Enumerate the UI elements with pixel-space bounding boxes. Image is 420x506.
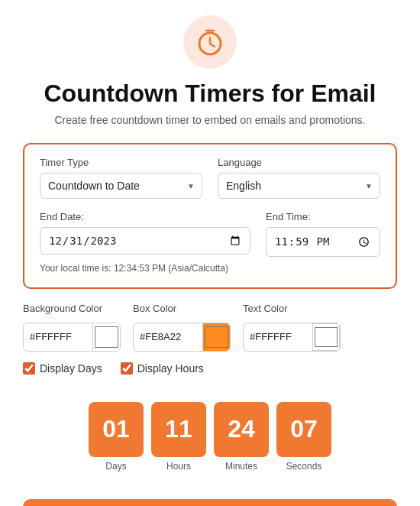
end-time-input[interactable] [266,227,380,257]
display-hours-label: Display Hours [137,362,204,375]
page-title: Countdown Timers for Email [44,79,376,108]
box-color-swatch[interactable] [202,323,230,351]
local-time-note: Your local time is: 12:34:53 PM (Asia/Ca… [40,263,380,274]
timer-type-group: Timer Type Countdown to Date Countdown t… [40,157,202,199]
display-days-label: Display Days [40,362,102,375]
color-row: Background Color #FFFFFF Box Color #FE8A… [23,303,397,352]
config-panel: Timer Type Countdown to Date Countdown t… [23,143,397,289]
language-group: Language English Spanish French German [218,157,380,199]
language-label: Language [218,157,380,168]
checkbox-row: Display Days Display Hours [23,362,397,375]
app-logo [183,15,237,69]
box-color-hex[interactable]: #FE8A22 [134,326,202,348]
timer-type-label: Timer Type [40,157,202,168]
display-hours-checkbox[interactable] [121,362,133,375]
countdown-hours-label: Hours [166,461,191,472]
countdown-seconds: 07 Seconds [276,402,331,472]
countdown-days-label: Days [105,461,126,472]
get-code-button[interactable]: Get code [23,499,397,506]
display-days-checkbox[interactable] [23,362,35,375]
background-color-label: Background Color [23,303,121,314]
countdown-seconds-box: 07 [276,402,331,457]
countdown-hours: 11 Hours [151,402,206,472]
text-color-label: Text Color [243,303,341,314]
end-date-input[interactable] [40,227,250,255]
text-color-group: Text Color #FFFFFF [243,303,341,352]
language-select[interactable]: English Spanish French German [218,173,380,199]
countdown-minutes-box: 24 [214,402,269,457]
background-color-group: Background Color #FFFFFF [23,303,121,352]
end-date-label: End Date: [40,211,250,222]
display-days-checkbox-label[interactable]: Display Days [23,362,102,375]
timer-type-select[interactable]: Countdown to Date Countdown to Event Eve… [40,173,202,199]
box-color-label: Box Color [133,303,231,314]
end-time-group: End Time: [266,211,380,257]
display-hours-checkbox-label[interactable]: Display Hours [121,362,204,375]
countdown-seconds-label: Seconds [286,461,322,472]
end-date-group: End Date: [40,211,250,257]
background-color-swatch[interactable] [92,323,120,351]
end-time-label: End Time: [266,211,380,222]
countdown-days-box: 01 [89,402,144,457]
page-subtitle: Create free countdown timer to embed on … [55,114,366,126]
text-color-hex[interactable]: #FFFFFF [244,326,312,348]
text-color-swatch[interactable] [312,323,340,351]
background-color-hex[interactable]: #FFFFFF [24,326,92,348]
countdown-minutes-label: Minutes [225,461,257,472]
box-color-group: Box Color #FE8A22 [133,303,231,352]
countdown-preview: 01 Days 11 Hours 24 Minutes 07 Seconds [73,391,347,482]
countdown-days: 01 Days [89,402,144,472]
countdown-minutes: 24 Minutes [214,402,269,472]
countdown-hours-box: 11 [151,402,206,457]
